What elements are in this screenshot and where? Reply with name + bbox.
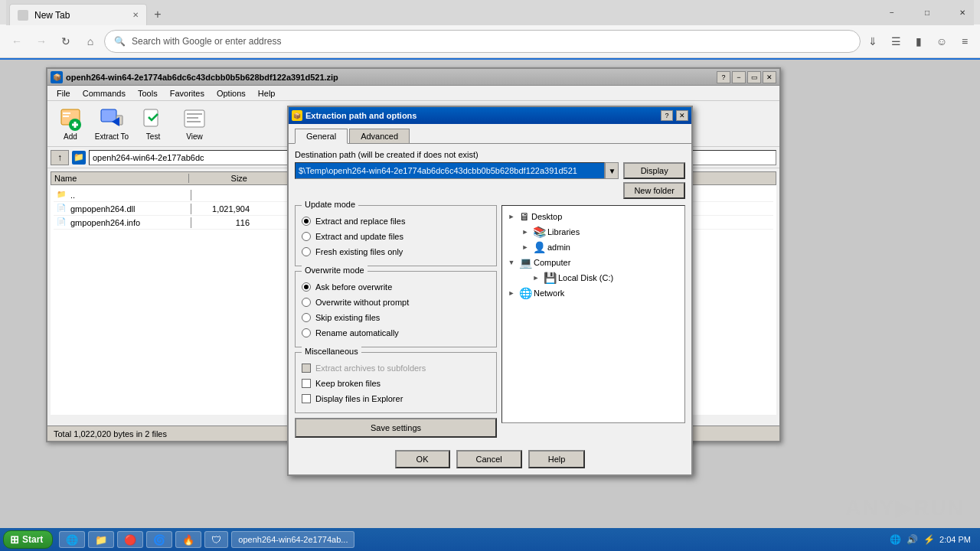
taskbar-ie[interactable]: 🌐	[59, 531, 85, 548]
taskbar: ⊞ Start 🌐 📁 🔴 🌀 🔥 🛡 openh264-win64-2e177…	[0, 528, 980, 551]
radio-ask-overwrite[interactable]: Ask before overwrite	[302, 279, 490, 295]
radio-overwrite-no-prompt-btn[interactable]	[302, 298, 311, 307]
admin-icon: 👤	[533, 241, 546, 253]
folder-tree[interactable]: ► 🖥 Desktop ► 📚 Libraries	[501, 205, 685, 423]
radio-extract-replace[interactable]: Extract and replace files	[302, 214, 490, 229]
check-keep-broken-box[interactable]	[302, 379, 311, 388]
misc-legend: Miscellaneous	[302, 347, 361, 356]
local-disk-icon: 💾	[544, 272, 557, 284]
dialog-title-bar: 📦 Extraction path and options ? ✕	[289, 107, 691, 124]
check-display-explorer-box[interactable]	[302, 394, 311, 403]
libraries-expander: ►	[519, 226, 531, 238]
taskbar-explorer[interactable]: 📁	[88, 531, 114, 548]
sidebar-icon[interactable]: ▮	[910, 32, 928, 51]
tree-item-admin[interactable]: ► 👤 admin	[505, 240, 681, 255]
tree-item-network[interactable]: ► 🌐 Network	[505, 285, 681, 301]
dialog-tabs: General Advanced	[289, 124, 691, 143]
radio-extract-update[interactable]: Extract and update files	[302, 229, 490, 244]
app3-icon: 🔥	[182, 534, 194, 546]
app4-icon: 🛡	[211, 534, 221, 546]
new-tab-button[interactable]: +	[147, 4, 168, 25]
tree-item-computer[interactable]: ▼ 💻 Computer	[505, 255, 681, 270]
taskbar-item-app4[interactable]: 🛡	[204, 531, 228, 548]
back-button[interactable]: ←	[6, 31, 28, 52]
tab-general[interactable]: General	[295, 129, 348, 144]
ie-icon: 🌐	[66, 534, 78, 546]
taskbar-item-app1[interactable]: 🔴	[117, 531, 143, 548]
radio-rename-auto[interactable]: Rename automatically	[302, 325, 490, 341]
tree-item-desktop[interactable]: ► 🖥 Desktop	[505, 209, 681, 224]
misc-content: Extract archives to subfolders Keep brok…	[302, 360, 490, 406]
network-tray-icon[interactable]: 🌐	[889, 533, 901, 546]
libraries-icon: 📚	[533, 226, 546, 238]
radio-fresh-only-label: Fresh existing files only	[315, 247, 403, 256]
cancel-button[interactable]: Cancel	[456, 450, 522, 468]
extraction-dialog: 📦 Extraction path and options ? ✕ Genera…	[287, 106, 693, 476]
radio-extract-update-btn[interactable]	[302, 232, 311, 241]
tree-item-local-disk[interactable]: ► 💾 Local Disk (C:)	[505, 270, 681, 285]
miscellaneous-group: Miscellaneous Extract archives to subfol…	[295, 352, 497, 413]
check-keep-broken-label: Keep broken files	[315, 379, 381, 388]
taskbar-winrar-item[interactable]: openh264-win64-2e1774ab...	[231, 531, 354, 548]
panels-row: Update mode Extract and replace files Ex…	[295, 205, 685, 438]
radio-overwrite-no-prompt[interactable]: Overwrite without prompt	[302, 295, 490, 310]
menu-icon[interactable]: ≡	[956, 32, 974, 51]
dialog-help-button[interactable]: ?	[661, 110, 673, 121]
check-extract-subfolders[interactable]: Extract archives to subfolders	[302, 360, 490, 376]
taskbar-item-app2[interactable]: 🌀	[146, 531, 172, 548]
check-keep-broken[interactable]: Keep broken files	[302, 376, 490, 391]
save-settings-button[interactable]: Save settings	[295, 418, 497, 438]
radio-skip-existing-label: Skip existing files	[315, 313, 380, 322]
radio-skip-existing[interactable]: Skip existing files	[302, 310, 490, 325]
profile-icon[interactable]: ☺	[933, 32, 951, 51]
radio-extract-replace-btn[interactable]	[302, 217, 311, 226]
system-clock: 2:04 PM	[939, 535, 971, 544]
refresh-button[interactable]: ↻	[55, 31, 77, 52]
computer-expander: ▼	[505, 256, 518, 269]
app2-icon: 🌀	[153, 534, 165, 546]
power-tray-icon[interactable]: ⚡	[923, 533, 935, 546]
windows-logo-icon: ⊞	[10, 533, 19, 546]
home-button[interactable]: ⌂	[80, 31, 101, 52]
tab-favicon	[18, 10, 28, 21]
dest-path-dropdown[interactable]: ▼	[605, 162, 619, 179]
volume-tray-icon[interactable]: 🔊	[906, 533, 918, 546]
taskbar-item-app3[interactable]: 🔥	[175, 531, 201, 548]
bookmarks-icon[interactable]: ☰	[887, 32, 905, 51]
new-folder-button[interactable]: New folder	[623, 182, 685, 199]
radio-skip-existing-btn[interactable]	[302, 313, 311, 322]
maximize-button[interactable]: □	[910, 0, 945, 24]
forward-button[interactable]: →	[31, 31, 52, 52]
local-disk-expander: ►	[530, 272, 542, 284]
radio-fresh-only[interactable]: Fresh existing files only	[302, 244, 490, 259]
browser-tab[interactable]: New Tab ✕	[9, 4, 147, 25]
download-icon[interactable]: ⇓	[864, 32, 882, 51]
tree-item-libraries[interactable]: ► 📚 Libraries	[505, 224, 681, 240]
network-label: Network	[534, 289, 564, 298]
ok-button[interactable]: OK	[395, 450, 450, 468]
check-display-explorer[interactable]: Display files in Explorer	[302, 391, 490, 406]
local-disk-label: Local Disk (C:)	[558, 273, 613, 282]
address-bar[interactable]: 🔍 Search with Google or enter address	[104, 30, 861, 53]
display-button[interactable]: Display	[623, 162, 685, 179]
tab-close-icon[interactable]: ✕	[132, 11, 139, 19]
dialog-close-button[interactable]: ✕	[676, 110, 688, 121]
minimize-button[interactable]: −	[874, 0, 910, 24]
radio-ask-overwrite-btn[interactable]	[302, 282, 311, 292]
close-button[interactable]: ✕	[945, 0, 980, 24]
dest-path-input[interactable]: $\Temp\openh264-win64-2e1774ab6dc6c43dcb…	[295, 162, 605, 179]
overwrite-mode-group: Overwrite mode Ask before overwrite Over…	[295, 271, 497, 347]
libraries-label: Libraries	[547, 227, 580, 236]
help-button[interactable]: Help	[528, 450, 586, 468]
browser-toolbar: ← → ↻ ⌂ 🔍 Search with Google or enter ad…	[0, 24, 980, 58]
radio-extract-replace-label: Extract and replace files	[315, 217, 405, 226]
dialog-buttons: OK Cancel Help	[289, 444, 691, 474]
start-button[interactable]: ⊞ Start	[3, 530, 53, 549]
radio-rename-auto-btn[interactable]	[302, 328, 311, 337]
radio-extract-update-label: Extract and update files	[315, 232, 403, 241]
address-text: Search with Google or enter address	[132, 36, 851, 47]
check-extract-subfolders-box	[302, 364, 311, 373]
radio-fresh-only-btn[interactable]	[302, 247, 311, 256]
desktop-expander: ►	[505, 210, 518, 223]
tab-advanced[interactable]: Advanced	[349, 129, 410, 143]
